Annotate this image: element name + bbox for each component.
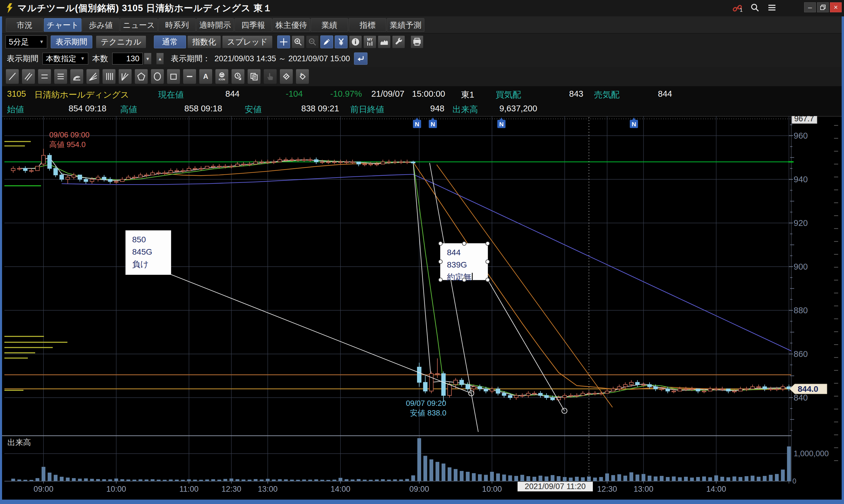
svg-text:960: 960: [794, 131, 808, 140]
tab-市況[interactable]: 市況: [6, 18, 43, 32]
drawn-price-segments: [4, 142, 67, 390]
prev-close-value: 948: [430, 104, 444, 113]
tab-業績予測[interactable]: 業績予測: [387, 18, 424, 32]
tab-適時開示[interactable]: 適時開示: [196, 18, 234, 32]
svg-text:844.0: 844.0: [798, 384, 818, 394]
erase-all-tool[interactable]: A: [296, 69, 309, 84]
count-increment-button[interactable]: ▲: [156, 53, 164, 65]
normal-mode-button[interactable]: 通常: [154, 35, 186, 48]
count-label: 本数: [92, 53, 108, 64]
erase-object-tool[interactable]: [280, 69, 293, 84]
drawn-trend-lines[interactable]: [171, 163, 612, 432]
link-icon[interactable]: 1: [732, 3, 742, 13]
ma-line-MA5: [31, 160, 795, 397]
window-frame: [842, 16, 844, 504]
zoom-out-icon[interactable]: [306, 35, 319, 48]
spread-mode-button[interactable]: スプレッド: [222, 35, 272, 48]
tab-指標[interactable]: 指標: [349, 18, 386, 32]
minimize-button[interactable]: –: [804, 2, 816, 12]
note-box-2[interactable]: 844 839G 約定無: [440, 243, 488, 280]
timeframe-value: 5分足: [9, 37, 35, 47]
zoom-in-icon[interactable]: [292, 35, 304, 48]
tab-bar: 市況チャート歩み値ニュース時系列適時開示四季報株主優待業績指標業績予測: [2, 16, 842, 33]
svg-text:09:00: 09:00: [34, 485, 54, 493]
svg-text:14:00: 14:00: [706, 485, 726, 493]
technical-button[interactable]: テクニカル: [96, 35, 146, 48]
menu-icon[interactable]: [767, 3, 777, 14]
resize-handle[interactable]: [486, 278, 490, 282]
horizontal-line-tool[interactable]: [183, 69, 196, 84]
horizontal-2lines-tool[interactable]: [38, 69, 51, 84]
period-label: 表示期間: [7, 53, 38, 64]
resize-handle[interactable]: [462, 241, 466, 246]
trendline-tool[interactable]: [5, 69, 19, 84]
resize-handle[interactable]: [438, 259, 443, 264]
svg-text:N: N: [431, 121, 435, 127]
stock-code: 3105: [7, 89, 26, 99]
tab-時系列[interactable]: 時系列: [158, 18, 196, 32]
my-chart-icon[interactable]: MY: [363, 35, 376, 48]
title-bar: マルチツール(個別銘柄) 3105 日清紡ホールディングス 東１ 1 – ×: [0, 0, 844, 16]
low-label: 安値: [245, 104, 262, 115]
count-decrement-button[interactable]: ▼: [144, 53, 151, 65]
window-frame: [0, 500, 844, 504]
resize-handle[interactable]: [438, 278, 443, 282]
fan-line-tool[interactable]: [86, 69, 100, 84]
svg-text:12:30: 12:30: [597, 485, 617, 493]
candles-layer: [12, 149, 797, 402]
move-object-tool[interactable]: [264, 69, 277, 84]
close-icon[interactable]: ×: [830, 2, 842, 12]
indexed-mode-button[interactable]: 指数化: [187, 35, 221, 48]
quote-date: 21/09/07: [371, 89, 405, 99]
period-mode-select[interactable]: 本数指定▼: [42, 53, 88, 65]
ellipse-tool[interactable]: [151, 69, 164, 84]
info-icon[interactable]: [349, 35, 362, 48]
yen-icon[interactable]: [335, 35, 347, 48]
wrench-icon[interactable]: [392, 35, 405, 48]
tab-歩み値[interactable]: 歩み値: [82, 18, 120, 32]
time-axis: 09:0010:0011:0012:3013:0014:0009:0010:00…: [34, 485, 726, 493]
pentagon-tool[interactable]: [134, 69, 148, 84]
icon-stamp-tool[interactable]: ICON: [215, 69, 229, 84]
resize-handle[interactable]: [486, 259, 490, 264]
display-period-button[interactable]: 表示期間: [51, 35, 92, 48]
resize-handle[interactable]: [462, 278, 466, 282]
bar-count-input[interactable]: 130: [112, 53, 143, 65]
svg-text:1,000,000: 1,000,000: [794, 449, 829, 458]
drawing-toolbar: AICONA: [2, 67, 842, 86]
rectangle-tool[interactable]: [167, 69, 180, 84]
gann-fan-tool[interactable]: [119, 69, 132, 84]
reset-period-button[interactable]: [354, 52, 367, 65]
area-chart-icon[interactable]: [378, 35, 391, 48]
restore-button[interactable]: [817, 2, 829, 12]
copy-object-tool[interactable]: [247, 69, 261, 84]
window-frame: [0, 16, 2, 504]
bid-price: 843: [569, 89, 583, 99]
horizontal-3lines-tool[interactable]: [54, 69, 67, 84]
current-price: 844: [226, 89, 239, 99]
timeframe-select[interactable]: 5分足▼: [5, 35, 47, 48]
printer-icon[interactable]: [411, 35, 424, 48]
tab-ニュース[interactable]: ニュース: [120, 18, 158, 32]
period-range-value: 2021/09/03 14:35 ～ 2021/09/07 15:00: [215, 53, 350, 64]
pencil-icon[interactable]: [320, 35, 333, 48]
resize-handle[interactable]: [438, 241, 443, 246]
axis-scroll-ticks[interactable]: [834, 125, 838, 461]
tab-四季報[interactable]: 四季報: [234, 18, 272, 32]
tab-チャート[interactable]: チャート: [44, 18, 82, 32]
resize-handle[interactable]: [486, 241, 490, 246]
search-icon[interactable]: [750, 3, 759, 14]
time-cycle-tool[interactable]: [231, 69, 245, 84]
tab-業績[interactable]: 業績: [311, 18, 348, 32]
tab-株主優待[interactable]: 株主優待: [272, 18, 310, 32]
fibonacci-arc-tool[interactable]: [70, 69, 84, 84]
vertical-lines-tool[interactable]: [102, 69, 116, 84]
svg-text:ICON: ICON: [219, 78, 225, 81]
svg-text:N: N: [499, 121, 503, 127]
price-label: 現在値: [158, 89, 184, 101]
chart-area[interactable]: NNNN960940920900880860840967.7844.01,000…: [0, 116, 844, 500]
note-box-1[interactable]: 850 845G 負け: [125, 230, 171, 275]
crosshair-icon[interactable]: [277, 35, 290, 48]
text-tool[interactable]: A: [199, 69, 213, 84]
parallel-line-tool[interactable]: [22, 69, 35, 84]
